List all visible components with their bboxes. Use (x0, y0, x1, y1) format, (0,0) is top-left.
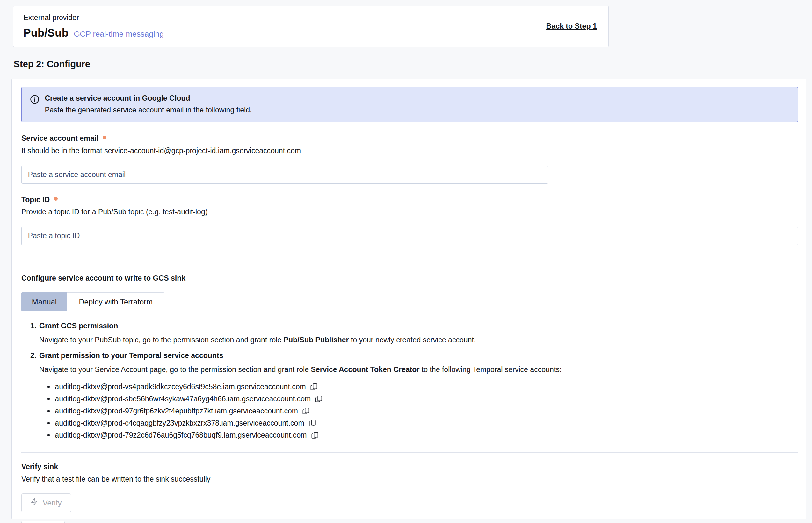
required-indicator (103, 136, 106, 140)
copy-icon[interactable] (308, 419, 316, 427)
topic-id-input[interactable] (21, 227, 798, 245)
step-body-text: to your newly created service account. (349, 336, 476, 344)
list-item: auditlog-dktxv@prod-97gr6tp6zkv2t4epubff… (39, 405, 798, 417)
service-account-email: auditlog-dktxv@prod-c4cqaqgbfzy23vpzkbxz… (55, 419, 304, 428)
service-account-email-helper: It should be in the format service-accou… (21, 146, 798, 155)
verify-sink-description: Verify that a test file can be written t… (21, 475, 798, 484)
bullet (48, 422, 50, 424)
service-account-email: auditlog-dktxv@prod-79z2c6d76au6g5fcq768… (55, 431, 306, 439)
topic-id-helper: Provide a topic ID for a Pub/Sub topic (… (21, 208, 798, 216)
page-title: Step 2: Configure (14, 59, 90, 69)
step-title: Grant permission to your Temporal servic… (39, 351, 798, 360)
info-banner-body: Paste the generated service account emai… (45, 106, 252, 114)
info-banner-title: Create a service account in Google Cloud (45, 94, 252, 103)
tab-deploy-with-terraform[interactable]: Deploy with Terraform (67, 292, 164, 311)
manual-steps: 1. Grant GCS permission Navigate to your… (21, 322, 798, 441)
step-body: Navigate to your PubSub topic, go to the… (39, 335, 798, 345)
list-item: auditlog-dktxv@prod-vs4padk9dkczcey6d6st… (39, 381, 798, 393)
step-grant-gcs-permission: 1. Grant GCS permission Navigate to your… (30, 322, 798, 350)
configure-card: Create a service account in Google Cloud… (12, 79, 806, 519)
provider-header-card: External provider Pub/Sub GCP real-time … (13, 6, 609, 47)
step-body-text: to the following Temporal service accoun… (419, 365, 562, 374)
temporal-service-account-list: auditlog-dktxv@prod-vs4padk9dkczcey6d6st… (39, 381, 798, 441)
provider-name: Pub/Sub (23, 27, 68, 39)
create-button[interactable]: Create (21, 521, 65, 523)
required-indicator (54, 197, 58, 201)
step-title: Grant GCS permission (39, 322, 798, 330)
step-body-role: Service Account Token Creator (311, 365, 419, 374)
bullet (48, 386, 50, 388)
section-divider (21, 452, 798, 453)
page: External provider Pub/Sub GCP real-time … (0, 0, 812, 523)
list-item: auditlog-dktxv@prod-79z2c6d76au6g5fcq768… (39, 429, 798, 441)
bullet (48, 434, 50, 436)
section-divider (21, 261, 798, 261)
copy-icon[interactable] (302, 407, 310, 415)
configure-section-heading: Configure service account to write to GC… (21, 274, 798, 283)
service-account-email: auditlog-dktxv@prod-sbe56h6wr4sykaw47a6y… (55, 395, 311, 403)
copy-icon[interactable] (315, 395, 323, 403)
list-item: auditlog-dktxv@prod-sbe56h6wr4sykaw47a6y… (39, 393, 798, 405)
service-account-email: auditlog-dktxv@prod-97gr6tp6zkv2t4epubff… (55, 407, 298, 415)
provider-header-left: External provider Pub/Sub GCP real-time … (23, 13, 163, 39)
bullet (48, 398, 50, 400)
step-number: 1. (30, 322, 39, 350)
configure-tabs: Manual Deploy with Terraform (21, 292, 798, 311)
step-grant-temporal-permission: 2. Grant permission to your Temporal ser… (30, 351, 798, 441)
copy-icon[interactable] (310, 383, 318, 391)
zap-icon (31, 498, 38, 508)
copy-icon[interactable] (311, 431, 319, 439)
service-account-email: auditlog-dktxv@prod-vs4padk9dkczcey6d6st… (55, 382, 306, 391)
bullet (48, 410, 50, 412)
step-body-role: Pub/Sub Publisher (284, 336, 349, 344)
info-icon (30, 95, 39, 106)
verify-button[interactable]: Verify (21, 493, 71, 512)
list-item: auditlog-dktxv@prod-c4cqaqgbfzy23vpzkbxz… (39, 417, 798, 429)
info-banner-text: Create a service account in Google Cloud… (45, 94, 252, 114)
step-number: 2. (30, 351, 39, 441)
service-account-email-input[interactable] (21, 166, 548, 184)
step-body: Navigate to your Service Account page, g… (39, 365, 798, 375)
step-body-text: Navigate to your Service Account page, g… (39, 365, 311, 374)
tab-manual[interactable]: Manual (21, 292, 67, 311)
step-body-text: Navigate to your PubSub topic, go to the… (39, 336, 284, 344)
info-banner: Create a service account in Google Cloud… (21, 87, 798, 122)
topic-id-label: Topic ID (21, 196, 50, 204)
verify-button-label: Verify (43, 499, 62, 507)
back-to-step-1-link[interactable]: Back to Step 1 (546, 22, 597, 31)
provider-tagline: GCP real-time messaging (74, 30, 164, 38)
service-account-email-label: Service account email (21, 134, 99, 143)
verify-sink-heading: Verify sink (21, 463, 798, 471)
external-provider-label: External provider (23, 13, 163, 22)
